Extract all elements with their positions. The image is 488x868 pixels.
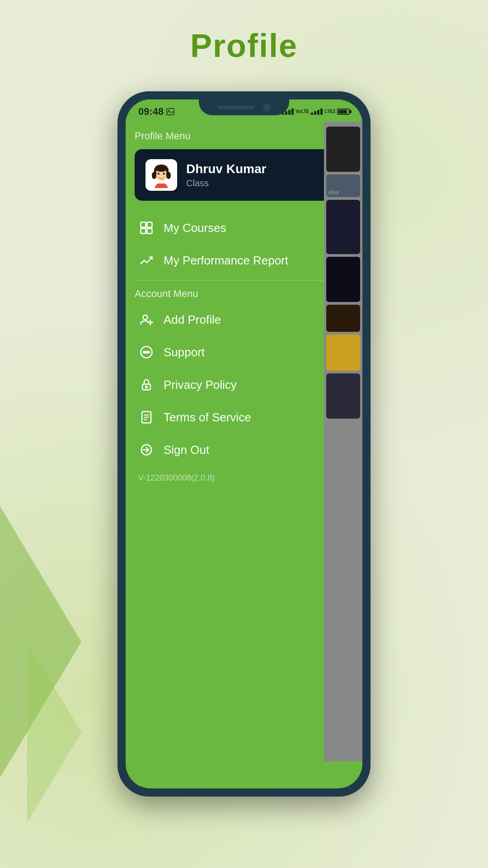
svg-point-3 xyxy=(155,165,168,172)
profile-card[interactable]: Dhruv Kumar Class xyxy=(135,149,353,201)
right-panel: ଓଡ଼ିଆ xyxy=(324,122,362,761)
svg-point-8 xyxy=(158,173,160,175)
add-user-icon xyxy=(138,311,155,328)
svg-point-19 xyxy=(143,315,148,320)
doc-icon xyxy=(138,409,155,425)
lte2-label: LTE2 xyxy=(324,109,335,114)
phone-screen: 09:48 VoLTE xyxy=(126,99,362,788)
thumb-2: ଓଡ଼ିଆ xyxy=(326,175,360,197)
speaker xyxy=(218,106,254,109)
thumb-1 xyxy=(326,127,360,172)
svg-point-24 xyxy=(145,351,147,353)
profile-name: Dhruv Kumar xyxy=(186,162,266,176)
chart-icon xyxy=(138,252,155,269)
privacy-item[interactable]: Privacy Policy xyxy=(135,368,353,401)
avatar xyxy=(148,161,175,189)
svg-point-23 xyxy=(143,351,145,353)
thumb-5 xyxy=(326,305,360,332)
lock-icon xyxy=(138,377,155,393)
svg-point-10 xyxy=(159,173,160,174)
svg-rect-17 xyxy=(141,228,146,233)
support-label: Support xyxy=(164,345,205,359)
battery-icon xyxy=(337,108,350,115)
avatar-svg xyxy=(148,162,174,188)
terms-item[interactable]: Terms of Service xyxy=(135,401,353,434)
profile-menu-label: Profile Menu xyxy=(135,130,353,142)
svg-point-9 xyxy=(163,173,165,175)
avatar-wrapper xyxy=(145,159,177,191)
account-menu-label: Account Menu xyxy=(135,288,353,300)
svg-point-12 xyxy=(161,175,162,176)
phone-notch xyxy=(199,99,289,115)
thumb-3 xyxy=(326,200,360,254)
page-title: Profile xyxy=(190,27,298,64)
svg-point-6 xyxy=(152,172,156,179)
svg-rect-0 xyxy=(167,108,174,115)
signout-icon xyxy=(138,442,155,458)
svg-point-1 xyxy=(168,110,169,111)
add-profile-label: Add Profile xyxy=(164,313,221,327)
support-item[interactable]: Support xyxy=(135,336,353,368)
svg-point-14 xyxy=(164,176,167,178)
thumb-4 xyxy=(326,257,360,302)
grid-icon xyxy=(138,220,155,236)
battery-fill xyxy=(338,110,347,113)
status-time: 09:48 xyxy=(138,106,174,118)
svg-point-25 xyxy=(148,351,150,353)
add-profile-item[interactable]: Add Profile xyxy=(135,303,353,336)
svg-rect-18 xyxy=(147,228,152,233)
svg-rect-16 xyxy=(147,222,152,227)
svg-point-11 xyxy=(164,173,165,174)
my-courses-item[interactable]: My Courses xyxy=(135,212,353,244)
profile-class: Class xyxy=(186,178,266,189)
my-courses-label: My Courses xyxy=(164,221,226,235)
privacy-label: Privacy Policy xyxy=(164,378,237,392)
version-text: V-1220300008(2.0.8) xyxy=(135,473,353,483)
phone-frame: 09:48 VoLTE xyxy=(117,91,371,797)
signout-item[interactable]: Sign Out xyxy=(135,434,353,466)
performance-label: My Performance Report xyxy=(164,254,288,268)
profile-info: Dhruv Kumar Class xyxy=(186,162,266,189)
volte-label: VoLTE xyxy=(296,109,309,114)
terms-label: Terms of Service xyxy=(164,410,251,425)
svg-point-27 xyxy=(145,386,147,388)
chat-icon xyxy=(138,344,155,360)
lte-signal-icon xyxy=(311,108,323,115)
signout-label: Sign Out xyxy=(164,443,209,457)
gallery-icon xyxy=(166,108,174,115)
bg-decoration-2 xyxy=(27,642,81,823)
svg-point-13 xyxy=(156,176,159,178)
camera xyxy=(263,104,270,111)
svg-rect-15 xyxy=(141,222,146,227)
thumb-6 xyxy=(326,335,360,371)
performance-item[interactable]: My Performance Report xyxy=(135,244,353,277)
svg-point-7 xyxy=(166,172,171,179)
section-divider xyxy=(135,280,353,281)
status-right: VoLTE LTE2 xyxy=(282,108,350,115)
thumb-7 xyxy=(326,373,360,419)
